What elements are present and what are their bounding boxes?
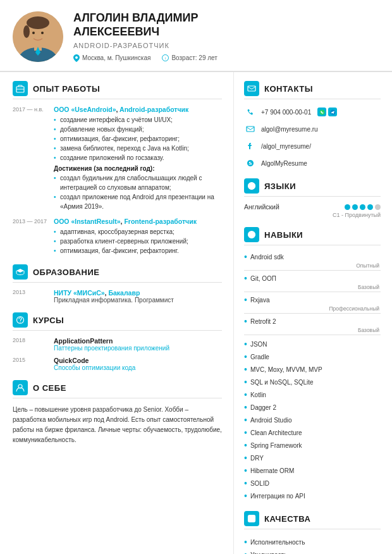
skill-name-1: Android sdk: [244, 252, 381, 262]
svg-text:i: i: [165, 56, 166, 60]
edu-year-1: 2013: [13, 289, 47, 304]
skill-divider: [244, 270, 381, 271]
courses-icon: [13, 312, 28, 328]
skill-item-1: Android sdk Опытный: [244, 252, 381, 271]
edu-content-1: НИТУ «МИСиС», Бакалавр Прикладная информ…: [54, 289, 222, 304]
course-year-2: 2015: [13, 357, 47, 371]
skills-title: НАВЫКИ: [244, 227, 381, 245]
skill-name-2: Git, ООП: [244, 273, 381, 283]
skill-level-2: Базовый: [358, 284, 379, 290]
education-icon: [13, 264, 28, 280]
skill-simple-2: MVC, Moxy, MVVM, MVP: [244, 363, 381, 376]
facebook-text: /algol_myresume/: [261, 143, 311, 150]
phone-extra-icons: [317, 108, 337, 116]
exp-item-1: 2017 — н.в. ООО «UseAndroid», Android-ра…: [13, 106, 222, 211]
course-content-1: ApplicationPattern Паттерны проектирован…: [54, 337, 222, 352]
svg-point-17: [319, 109, 324, 114]
header: АЛГОЛИН ВЛАДИМИР АЛЕКСЕЕЕВИЧ ANDROID-РАЗ…: [0, 0, 392, 72]
skill-simple-10: Hibernate ORM: [244, 464, 381, 477]
contacts-section: КОНТАКТЫ +7 904 000-00-01: [244, 81, 381, 169]
course-content-2: QuickCode Способы оптимизации кода: [54, 357, 222, 371]
phone-icon: [244, 106, 257, 118]
languages-section: ЯЗЫКИ Английский C1 - Продвинутый: [244, 178, 381, 218]
phone-text: +7 904 000-00-01: [261, 109, 311, 116]
svg-point-4: [27, 16, 49, 29]
courses-section: КУРСЫ 2018 ApplicationPattern Паттерны п…: [13, 312, 222, 371]
course-year-1: 2018: [13, 337, 47, 352]
exp-item-2: 2013 — 2017 ООО «InstantResult», Fronten…: [13, 218, 222, 255]
education-title: ОБРАЗОВАНИЕ: [13, 264, 222, 283]
about-text: Цель – повышение уровня разработчика до …: [13, 405, 222, 445]
skill-bar-4: Базовый: [244, 327, 381, 333]
experience-section: ОПЫТ РАБОТЫ 2017 — н.в. ООО «UseAndroid»…: [13, 81, 222, 255]
contacts-title: КОНТАКТЫ: [244, 81, 381, 99]
avatar: [13, 11, 63, 62]
exp-achievement-title: Достижения (за последний год):: [54, 165, 222, 172]
skill-divider: [244, 335, 381, 335]
lang-dot: [345, 204, 350, 210]
experience-title: ОПЫТ РАБОТЫ: [13, 81, 222, 99]
skill-level-1: Опытный: [356, 262, 379, 269]
skill-item-4: Retrofit 2 Базовый: [244, 316, 381, 335]
course-desc-1: Паттерны проектирования приложений: [54, 345, 222, 352]
header-title: ANDROID-РАЗРАБОТЧИК: [73, 42, 379, 49]
age: i Возраст: 29 лет: [162, 54, 217, 62]
skill-bar-2: Базовый: [244, 284, 381, 290]
lang-dot: [352, 204, 358, 210]
exp-bullets-1: создание интерфейса с учётом UI/UX; доба…: [54, 115, 222, 163]
experience-icon: [13, 81, 28, 96]
exp-bullet: адаптивная, кроссбраузерная верстка;: [54, 227, 222, 237]
exp-content-1: ООО «UseAndroid», Android-разработчик со…: [54, 106, 222, 211]
contact-skype: AlgolMyResume: [244, 157, 381, 169]
svg-point-5: [23, 25, 30, 38]
languages-icon: [244, 178, 259, 194]
exp-bullet: замена библиотек, переход с Java на Kotl…: [54, 144, 222, 153]
skill-level-3: Профессиональный: [329, 305, 379, 312]
exp-year-2: 2013 — 2017: [13, 218, 47, 255]
qualities-section: КАЧЕСТВА Исполнительность Усидчивость: [244, 511, 381, 554]
edu-desc-1: Прикладная информатика. Программист: [54, 297, 222, 304]
exp-bullet: оптимизация, баг-фиксинг, рефакторинг.: [54, 246, 222, 255]
skill-simple-12: Интеграция по API: [244, 489, 381, 502]
course-name-1: ApplicationPattern: [54, 337, 222, 345]
email-icon: [244, 123, 257, 135]
contact-email: algol@myresume.ru: [244, 123, 381, 135]
lang-row-1: Английский: [244, 203, 381, 211]
course-desc-2: Способы оптимизации кода: [54, 364, 222, 371]
skill-simple-4: Kotlin: [244, 388, 381, 401]
lang-dot: [360, 204, 365, 210]
skill-level-4: Базовый: [358, 327, 379, 333]
about-section: О СЕБЕ Цель – повышение уровня разработч…: [13, 380, 222, 445]
skill-simple-6: Android Studio: [244, 414, 381, 426]
skill-simple-0: JSON: [244, 338, 381, 350]
main-content: ОПЫТ РАБОТЫ 2017 — н.в. ООО «UseAndroid»…: [0, 72, 392, 554]
exp-bullet: создание интерфейса с учётом UI/UX;: [54, 115, 222, 125]
courses-title: КУРСЫ: [13, 312, 222, 331]
left-column: ОПЫТ РАБОТЫ 2017 — н.в. ООО «UseAndroid»…: [0, 72, 234, 554]
svg-rect-16: [248, 86, 255, 91]
skill-simple-3: SQL и NoSQL, SQLite: [244, 376, 381, 388]
course-item-1: 2018 ApplicationPattern Паттерны проекти…: [13, 337, 222, 352]
skill-simple-7: Clean Architecture: [244, 426, 381, 439]
exp-achievements-1: создал будильник для слабослышащих людей…: [54, 173, 222, 211]
exp-bullets-2: адаптивная, кроссбраузерная верстка; раз…: [54, 227, 222, 255]
skill-simple-5: Dagger 2: [244, 401, 381, 414]
skill-name-4: Retrofit 2: [244, 316, 381, 326]
skype-text: AlgolMyResume: [261, 160, 307, 167]
exp-bullet: добавление новых функций;: [54, 125, 222, 134]
edu-org-1: НИТУ «МИСиС», Бакалавр: [54, 289, 222, 297]
skill-simple-11: SOLID: [244, 477, 381, 489]
skill-simple-1: Gradle: [244, 350, 381, 363]
exp-company-1: ООО «UseAndroid», Android-разработчик: [54, 106, 222, 113]
skype-icon: [244, 157, 257, 169]
facebook-icon: [244, 140, 257, 152]
contact-facebook: /algol_myresume/: [244, 140, 381, 152]
email-text: algol@myresume.ru: [261, 126, 318, 133]
exp-achievement-bullet: создал будильник для слабослышащих людей…: [54, 173, 222, 192]
skill-divider: [244, 313, 381, 314]
header-meta: Москва, м. Пушкинская i Возраст: 29 лет: [73, 54, 379, 62]
education-section: ОБРАЗОВАНИЕ 2013 НИТУ «МИСиС», Бакалавр …: [13, 264, 222, 304]
exp-achievement-bullet: создал приложение под Android для презен…: [54, 192, 222, 211]
about-title: О СЕБЕ: [13, 380, 222, 398]
svg-point-21: [250, 183, 254, 190]
